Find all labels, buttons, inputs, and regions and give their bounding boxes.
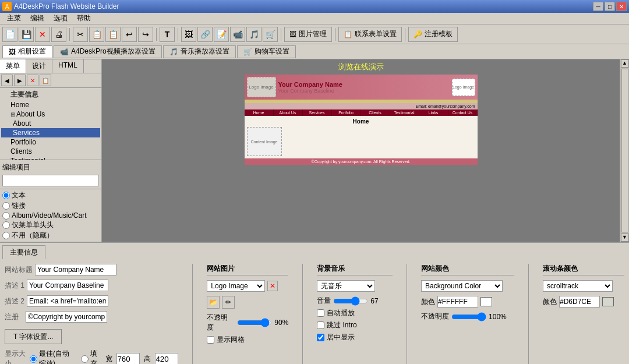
radio-hidden-input[interactable] <box>2 232 10 239</box>
menu-options[interactable]: 选项 <box>49 12 72 24</box>
album-icon: 🖼 <box>9 48 16 56</box>
cut-button[interactable]: ✂ <box>73 27 88 42</box>
tab-video[interactable]: 📹 A4DeskPro视频播放器设置 <box>54 45 162 58</box>
radio-album-input[interactable] <box>2 212 10 220</box>
nav-clients[interactable]: Clients <box>361 109 390 116</box>
menu-edit[interactable]: 编辑 <box>26 12 49 24</box>
site-image-open-button[interactable]: 📂 <box>207 296 220 309</box>
tree-item-services[interactable]: Services <box>1 128 100 137</box>
tree-item-clients[interactable]: Clients <box>1 147 100 156</box>
color-opacity-slider[interactable] <box>451 312 486 321</box>
tab-music[interactable]: 🎵 音乐播放器设置 <box>163 45 236 58</box>
close-button[interactable]: ✕ <box>616 2 627 11</box>
nav-services[interactable]: Services <box>303 109 332 116</box>
scroll-up-button[interactable]: ▲ <box>621 59 629 68</box>
edit-input[interactable] <box>2 175 99 186</box>
width-input[interactable] <box>116 353 140 364</box>
radio-auto-input[interactable] <box>30 355 37 363</box>
volume-slider[interactable] <box>333 296 368 306</box>
opacity-slider[interactable] <box>237 318 272 327</box>
nav-links[interactable]: Links <box>419 109 448 116</box>
note-input[interactable] <box>26 311 107 323</box>
scrollbar-color-input[interactable] <box>559 296 600 308</box>
window-controls[interactable]: ─ □ ✕ <box>593 2 627 11</box>
move-down-button[interactable]: ▶ <box>14 75 26 86</box>
tree-item-testimonial[interactable]: Testimonial <box>1 156 100 160</box>
site-label-input[interactable] <box>35 264 116 275</box>
photo-manage-button[interactable]: 🖼 图片管理 <box>284 27 332 42</box>
tree-section-main[interactable]: 主要信息 <box>1 89 100 100</box>
tree-item-aboutus[interactable]: ⊞ About Us <box>1 109 100 119</box>
contact-form-button[interactable]: 📋 联系表单设置 <box>338 27 402 42</box>
tab-design[interactable]: 设计 <box>26 59 52 73</box>
site-image-select[interactable]: Logo Image <box>207 280 265 292</box>
radio-text-input[interactable] <box>2 192 10 199</box>
print-button[interactable]: 🖨 <box>51 27 66 42</box>
link-button[interactable]: 🔗 <box>197 27 213 42</box>
radio-link[interactable]: 链接 <box>2 201 99 211</box>
register-template-button[interactable]: 🔑 注册模板 <box>408 27 458 42</box>
menu-help[interactable]: 帮助 <box>72 12 96 24</box>
radio-fill-input[interactable] <box>81 355 89 363</box>
scrollbar-color-swatch[interactable] <box>602 297 614 306</box>
radio-hidden[interactable]: 不用（隐藏） <box>2 231 99 241</box>
music-select[interactable]: 无音乐 <box>317 280 375 292</box>
photo-button[interactable]: 🖼 <box>181 27 196 42</box>
menu-main[interactable]: 主菜 <box>2 12 26 24</box>
nav-about[interactable]: About Us <box>274 109 303 116</box>
radio-text[interactable]: 文本 <box>2 190 99 200</box>
tab-menu[interactable]: 菜单 <box>0 59 26 73</box>
desc2-input[interactable] <box>27 295 108 307</box>
cart-button[interactable]: 🛒 <box>263 27 278 42</box>
tab-html[interactable]: HTML <box>52 59 84 73</box>
nav-home[interactable]: Home <box>245 109 274 116</box>
paste-button[interactable]: 📋 <box>105 27 121 42</box>
radio-header-input[interactable] <box>2 221 10 229</box>
radio-fill[interactable]: 填充 <box>81 349 100 364</box>
text-button[interactable]: T <box>160 27 175 42</box>
remove-button[interactable]: ✕ <box>27 75 38 86</box>
nav-testimonial[interactable]: Testimonial <box>390 109 419 116</box>
font-settings-button[interactable]: T 字体设置... <box>5 329 62 344</box>
tree-item-portfolio[interactable]: Portfolio <box>1 137 100 147</box>
move-up-button[interactable]: ◀ <box>1 75 13 86</box>
site-image-remove-button[interactable]: ✕ <box>267 281 278 291</box>
tab-cart[interactable]: 🛒 购物车设置 <box>237 45 296 58</box>
tree-item-home[interactable]: Home <box>1 100 100 109</box>
minimize-button[interactable]: ─ <box>593 2 603 11</box>
auto-play-checkbox[interactable] <box>317 309 324 317</box>
right-scrollbar[interactable]: ▲ ▼ <box>620 59 629 242</box>
scrollbar-select[interactable]: scrolltrack <box>543 280 613 292</box>
height-input[interactable] <box>155 353 178 364</box>
maximize-button[interactable]: □ <box>605 2 615 11</box>
desc1-input[interactable] <box>27 280 108 291</box>
skip-intro-checkbox[interactable] <box>317 321 324 329</box>
nav-portfolio[interactable]: Portfolio <box>332 109 361 116</box>
color-select[interactable]: Background Color <box>421 280 503 292</box>
page-button[interactable]: 📝 <box>214 27 229 42</box>
show-grid-checkbox[interactable] <box>207 336 214 344</box>
redo-button[interactable]: ↪ <box>138 27 153 42</box>
tab-album[interactable]: 🖼 相册设置 <box>2 45 52 58</box>
delete-button[interactable]: ✕ <box>35 27 50 42</box>
nav-contact[interactable]: Contact Us <box>448 109 478 116</box>
radio-album[interactable]: Album/Video/Music/Cart <box>2 211 99 220</box>
scroll-down-button[interactable]: ▼ <box>621 234 629 242</box>
bottom-tab-main[interactable]: 主要信息 <box>2 245 45 259</box>
undo-button[interactable]: ↩ <box>122 27 137 42</box>
color-swatch[interactable] <box>480 297 492 306</box>
copy-button[interactable]: 📋 <box>89 27 104 42</box>
music-button[interactable]: 🎵 <box>246 27 262 42</box>
tree-item-about[interactable]: About <box>1 119 100 128</box>
radio-link-input[interactable] <box>2 202 10 210</box>
color-input[interactable] <box>437 296 478 308</box>
copy-item-button[interactable]: 📋 <box>40 75 51 86</box>
show-center-checkbox[interactable] <box>317 334 324 341</box>
radio-auto[interactable]: 最佳(自动缩放) <box>30 349 75 364</box>
tree-panel[interactable]: 主要信息 Home ⊞ About Us About Services Port… <box>0 88 101 160</box>
new-button[interactable]: 📄 <box>2 27 17 42</box>
site-image-edit-button[interactable]: ✏ <box>222 296 235 309</box>
save-button[interactable]: 💾 <box>19 27 34 42</box>
radio-header[interactable]: 仅菜单单头头 <box>2 220 99 230</box>
video-button[interactable]: 📹 <box>230 27 245 42</box>
